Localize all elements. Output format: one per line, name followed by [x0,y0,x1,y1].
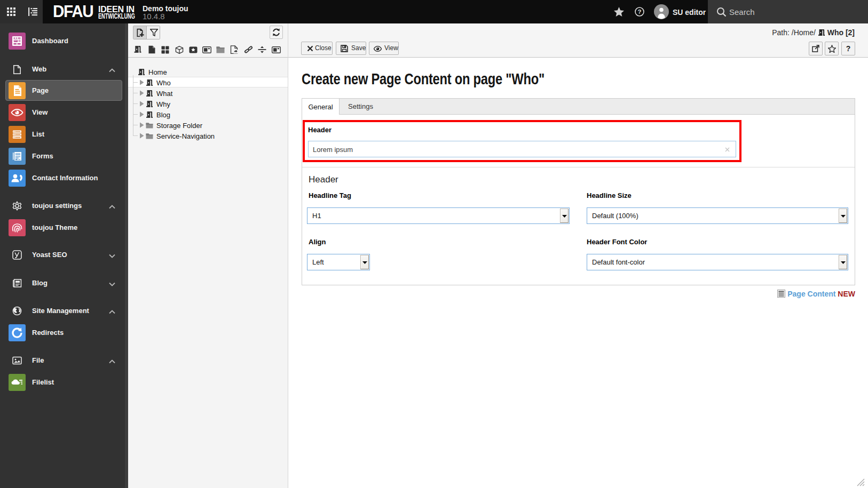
svg-text:?: ? [637,9,641,15]
